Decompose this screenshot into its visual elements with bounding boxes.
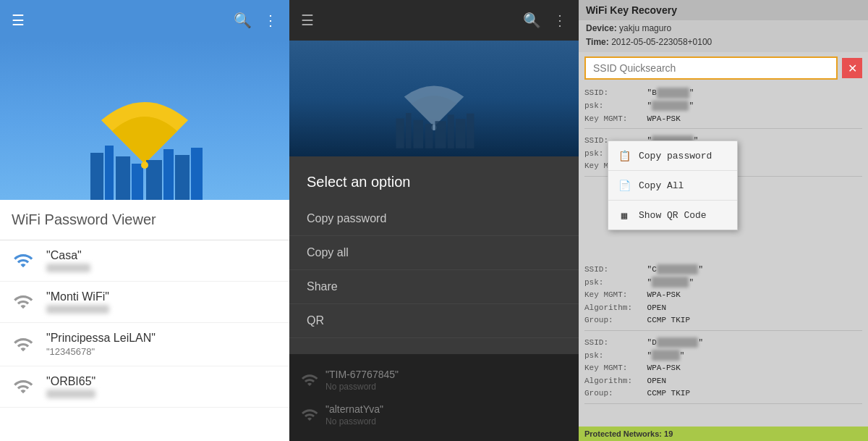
svg-rect-10 bbox=[396, 119, 404, 148]
record3-keymgmt: Key MGMT: WPA-PSK bbox=[584, 289, 862, 302]
select-option-dialog: Select an option Copy password Copy all … bbox=[289, 156, 579, 354]
record4-group: Group: CCMP TKIP bbox=[584, 387, 862, 400]
panel2-menu-icon[interactable]: ☰ bbox=[301, 12, 314, 29]
svg-rect-0 bbox=[90, 153, 103, 200]
panel3-device-row: Device: yakju maguro bbox=[586, 22, 861, 35]
context-menu-show-qr[interactable]: ▦ Show QR Code bbox=[608, 201, 737, 230]
record4-algorithm: Algorithm: OPEN bbox=[584, 375, 862, 388]
context-menu: 📋 Copy password 📄 Copy All ▦ Show QR Cod… bbox=[608, 140, 738, 230]
panel1-title: WiFi Password Viewer bbox=[12, 211, 278, 228]
record1-keymgmt: Key MGMT: WPA-PSK bbox=[584, 113, 862, 126]
wifi-name-casa: "Casa" bbox=[46, 249, 90, 262]
dialog-item-share[interactable]: Share bbox=[289, 270, 579, 304]
svg-rect-11 bbox=[406, 113, 412, 148]
ssid-search-input[interactable] bbox=[584, 56, 838, 80]
wifi-pass-orbi bbox=[46, 390, 95, 398]
wifi-icon-alternativa bbox=[301, 406, 318, 424]
more-icon[interactable]: ⋮ bbox=[263, 12, 278, 29]
svg-rect-5 bbox=[163, 149, 174, 200]
copy-all-icon: 📄 bbox=[617, 178, 631, 193]
wifi-pass-tim: No password bbox=[326, 382, 399, 392]
wifi-pass-monti bbox=[46, 305, 109, 314]
search-clear-button[interactable]: ✕ bbox=[842, 58, 862, 78]
wifi-info-casa: "Casa" bbox=[46, 249, 90, 272]
svg-rect-2 bbox=[116, 156, 130, 200]
panel3-content: SSID: "B " psk: " " Key MGMT: WPA-PSK SS… bbox=[579, 84, 868, 427]
panel1-title-bar: WiFi Password Viewer bbox=[0, 200, 289, 240]
wifi-signal-icon-orbi bbox=[12, 375, 35, 398]
wifi-pass-casa bbox=[46, 264, 90, 272]
svg-rect-15 bbox=[448, 114, 454, 148]
svg-rect-4 bbox=[146, 160, 162, 200]
record1-ssid: SSID: "B " bbox=[584, 87, 862, 100]
wifi-item-casa[interactable]: "Casa" bbox=[0, 240, 289, 282]
wifi-name-alternativa: "alternatYva" bbox=[326, 403, 383, 415]
context-menu-copy-all-label: Copy All bbox=[639, 180, 684, 191]
wifi-info-monti: "Monti WiFi" bbox=[46, 290, 109, 314]
wifi-bottom-alternativa[interactable]: "alternatYva" No password bbox=[301, 398, 567, 432]
wifi-info-alternativa: "alternatYva" No password bbox=[326, 403, 383, 427]
wifi-item-principessa[interactable]: "Principessa LeiLAN" "12345678" bbox=[0, 323, 289, 366]
wifi-item-monti[interactable]: "Monti WiFi" bbox=[0, 282, 289, 323]
panel3-time-row: Time: 2012-05-05-223058+0100 bbox=[586, 35, 861, 49]
svg-rect-6 bbox=[175, 155, 190, 200]
panel1-header: ☰ 🔍 ⋮ bbox=[0, 0, 289, 41]
wifi-record-3: SSID: "C " psk: " " Key MGMT: WPA-PSK Al… bbox=[584, 264, 862, 331]
panel1-hero bbox=[0, 41, 289, 200]
record3-group: Group: CCMP TKIP bbox=[584, 314, 862, 327]
wifi-signal-icon-principessa bbox=[12, 333, 35, 356]
panel2-wifi-graphic bbox=[391, 70, 477, 156]
panel2-header: ☰ 🔍 ⋮ bbox=[289, 0, 579, 41]
panel2-more-icon[interactable]: ⋮ bbox=[553, 12, 567, 29]
panel2-search-icon[interactable]: 🔍 bbox=[523, 12, 541, 29]
panel3-footer: Protected Networks: 19 bbox=[579, 427, 868, 441]
context-menu-copy-password[interactable]: 📋 Copy password bbox=[608, 141, 737, 171]
wifi-pass-alternativa: No password bbox=[326, 416, 383, 427]
panel3-wifi-key-recovery: WiFi Key Recovery Device: yakju maguro T… bbox=[579, 0, 868, 441]
wifi-name-principessa: "Principessa LeiLAN" bbox=[46, 332, 156, 345]
svg-rect-12 bbox=[414, 120, 424, 148]
menu-icon[interactable]: ☰ bbox=[12, 12, 25, 29]
wifi-record-1: SSID: "B " psk: " " Key MGMT: WPA-PSK bbox=[584, 87, 862, 129]
context-menu-copy-password-label: Copy password bbox=[639, 151, 712, 161]
dialog-item-copy-password[interactable]: Copy password bbox=[289, 202, 579, 236]
wifi-hero-graphic bbox=[87, 91, 203, 200]
svg-rect-17 bbox=[467, 114, 475, 148]
svg-point-8 bbox=[141, 161, 148, 169]
dialog-item-qr[interactable]: QR bbox=[289, 304, 579, 338]
wifi-signal-icon bbox=[12, 249, 35, 272]
svg-rect-1 bbox=[105, 146, 114, 200]
dialog-title: Select an option bbox=[289, 156, 579, 202]
context-menu-show-qr-label: Show QR Code bbox=[639, 210, 707, 221]
svg-rect-13 bbox=[425, 124, 433, 148]
device-value: yakju maguro bbox=[619, 23, 671, 33]
time-value: 2012-05-05-223058+0100 bbox=[611, 37, 712, 47]
context-menu-copy-all[interactable]: 📄 Copy All bbox=[608, 171, 737, 201]
wifi-bottom-tim[interactable]: "TIM-67767845" No password bbox=[301, 363, 567, 398]
dialog-item-copy-all[interactable]: Copy all bbox=[289, 236, 579, 270]
wifi-item-orbi[interactable]: "ORBI65" bbox=[0, 366, 289, 408]
wifi-name-orbi: "ORBI65" bbox=[46, 375, 95, 388]
wifi-icon-tim bbox=[301, 371, 318, 389]
search-icon[interactable]: 🔍 bbox=[234, 12, 252, 29]
panel2-select-option: ☰ 🔍 ⋮ Select an option Copy password Cop… bbox=[289, 0, 579, 441]
record4-psk: psk: " " bbox=[584, 350, 862, 363]
panel2-bottom-networks: "TIM-67767845" No password "alternatYva"… bbox=[289, 354, 579, 441]
wifi-pass-principessa: "12345678" bbox=[46, 346, 156, 357]
wifi-info-orbi: "ORBI65" bbox=[46, 375, 95, 398]
wifi-record-4: SSID: "D " psk: " " Key MGMT: WPA-PSK Al… bbox=[584, 337, 862, 404]
record1-psk: psk: " " bbox=[584, 100, 862, 113]
svg-rect-7 bbox=[191, 148, 203, 200]
wifi-signal-icon-monti bbox=[12, 290, 35, 314]
svg-rect-3 bbox=[132, 164, 143, 200]
record3-psk: psk: " " bbox=[584, 277, 862, 290]
svg-rect-14 bbox=[435, 121, 446, 148]
wifi-name-tim: "TIM-67767845" bbox=[326, 369, 399, 380]
panel1-wifi-viewer: ☰ 🔍 ⋮ WiFi Password Viewer bbox=[0, 0, 289, 441]
record3-ssid: SSID: "C " bbox=[584, 264, 862, 277]
wifi-list: "Casa" "Monti WiFi" "Principessa LeiLAN" bbox=[0, 240, 289, 441]
panel2-hero bbox=[289, 41, 579, 156]
device-label: Device: bbox=[586, 23, 617, 33]
copy-password-icon: 📋 bbox=[617, 148, 631, 163]
time-label: Time: bbox=[586, 37, 609, 47]
